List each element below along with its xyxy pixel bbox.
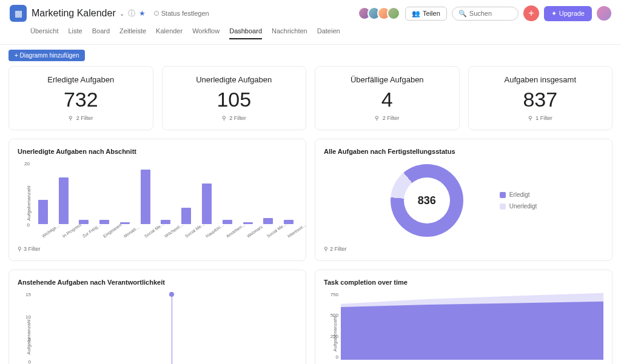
bar-column: Hauptblo… <box>198 184 215 240</box>
stat-title: Überfällige Aufgaben <box>351 75 424 84</box>
stat-title: Unerledigte Aufgaben <box>196 75 272 84</box>
bar-label: Anstehen… <box>226 231 235 242</box>
star-icon[interactable]: ★ <box>139 9 146 18</box>
donut-chart: 836 ErledigtUnerledigt <box>324 161 603 240</box>
bar-label: Hauptblo… <box>205 231 215 242</box>
bar-column: Social Me… <box>137 170 154 240</box>
bar-chart-card: Unerledigte Aufgaben nach Abschnitt Aufg… <box>8 139 306 261</box>
dashboard-toolbar: + Diagramm hinzufügen <box>0 45 621 66</box>
filter-chip[interactable]: ⚲ 2 Filter <box>222 115 246 121</box>
tab-liste[interactable]: Liste <box>68 27 82 39</box>
bar <box>59 177 69 224</box>
filter-icon: ⚲ <box>69 115 73 121</box>
bar <box>263 218 273 224</box>
bar-column: Social Me… <box>260 218 277 240</box>
search-placeholder: Suchen <box>469 10 492 17</box>
legend-swatch <box>500 204 506 210</box>
header-actions: 👥 Teilen 🔍 Suchen + ✦ Upgrade <box>358 5 611 21</box>
bar-label: Wöchentl… <box>164 231 173 242</box>
upgrade-button[interactable]: ✦ Upgrade <box>544 6 592 21</box>
filter-icon: ⚲ <box>528 115 532 121</box>
tab-workflow[interactable]: Workflow <box>192 27 220 39</box>
bar-label: Zur Freig… <box>82 231 92 242</box>
bar-chart-bars: Wichtige…In ProgressZur Freig…Eingelanen… <box>18 167 297 240</box>
tab-kalender[interactable]: Kalender <box>156 27 183 39</box>
tab-zeitleiste[interactable]: Zeitleiste <box>119 27 146 39</box>
bar-label: Interesse… <box>287 231 297 242</box>
donut-legend: ErledigtUnerledigt <box>500 191 537 210</box>
tab-übersicht[interactable]: Übersicht <box>30 27 58 39</box>
search-icon: 🔍 <box>458 10 467 18</box>
lollipop-stem <box>172 294 172 364</box>
chart-title: Alle Aufgaben nach Fertigstellungsstatus <box>324 148 603 155</box>
donut-center-value: 836 <box>391 164 463 237</box>
chart-title: Anstehende Aufgaben nach Verantwortlichk… <box>18 279 297 286</box>
stat-card: Aufgaben insgesamt837⚲ 1 Filter <box>468 66 613 130</box>
app-header: ▦ Marketing Kalender ⌄ ⓘ ★ Status festle… <box>0 0 621 27</box>
set-status-button[interactable]: Status festlegen <box>154 10 209 17</box>
share-button[interactable]: 👥 Teilen <box>405 7 447 21</box>
legend-swatch <box>500 192 506 198</box>
status-label: Status festlegen <box>161 10 209 17</box>
add-chart-button[interactable]: + Diagramm hinzufügen <box>8 50 85 61</box>
area-chart-card: Task completion over time Aufgabenanzahl… <box>315 270 613 364</box>
upgrade-label: Upgrade <box>559 10 585 17</box>
title-block: Marketing Kalender ⌄ ⓘ ★ Status festlege… <box>32 8 209 19</box>
search-input[interactable]: 🔍 Suchen <box>452 7 519 21</box>
bar-column: Wichtige… <box>35 200 52 240</box>
chart-row: Anstehende Aufgaben nach Verantwortlichk… <box>8 270 613 364</box>
status-dot-icon <box>154 11 159 16</box>
bar-label: Eingelanen <box>102 231 112 242</box>
sparkle-icon: ✦ <box>551 10 557 18</box>
area-svg <box>341 292 603 360</box>
lollipop-dot <box>169 292 174 297</box>
filter-chip[interactable]: ⚲ 2 Filter <box>69 115 93 121</box>
project-tabs: ÜbersichtListeBoardZeitleisteKalenderWor… <box>0 27 621 45</box>
area-series <box>341 302 603 360</box>
filter-icon: ⚲ <box>375 115 379 121</box>
stat-title: Erledigte Aufgaben <box>47 75 114 84</box>
project-title: Marketing Kalender <box>32 8 116 19</box>
info-icon[interactable]: ⓘ <box>128 8 135 19</box>
filter-chip[interactable]: ⚲ 2 Filter <box>324 246 603 252</box>
chart-title: Unerledigte Aufgaben nach Abschnitt <box>18 148 297 155</box>
y-axis: 200 <box>18 161 30 228</box>
bar <box>38 200 48 224</box>
dashboard: Erledigte Aufgaben732⚲ 2 FilterUnerledig… <box>0 66 621 364</box>
lollipop-chart: Aufgabenanzahl 151050 <box>18 292 297 364</box>
member-avatars[interactable] <box>358 7 400 20</box>
legend-item: Unerledigt <box>500 203 537 210</box>
avatar <box>387 7 400 20</box>
filter-chip[interactable]: ⚲ 1 Filter <box>528 115 552 121</box>
bar-label: Social Me… <box>184 231 194 242</box>
global-add-button[interactable]: + <box>523 5 539 21</box>
filter-chip[interactable]: ⚲ 3 Filter <box>18 246 297 252</box>
donut-ring: 836 <box>391 164 463 237</box>
bar-label: Webinars <box>246 231 255 242</box>
self-avatar[interactable] <box>597 6 611 21</box>
tab-nachrichten[interactable]: Nachrichten <box>272 27 307 39</box>
stat-value: 105 <box>217 88 251 111</box>
filter-chip[interactable]: ⚲ 2 Filter <box>375 115 399 121</box>
legend-label: Erledigt <box>509 191 530 198</box>
chart-title: Task completion over time <box>324 279 603 286</box>
bar <box>120 222 130 224</box>
bar-label: Social Me… <box>266 231 276 242</box>
bar-label: In Progress <box>61 231 71 242</box>
tab-dateien[interactable]: Dateien <box>317 27 340 39</box>
stat-card: Überfällige Aufgaben4⚲ 2 Filter <box>315 66 460 130</box>
filter-icon: ⚲ <box>222 115 226 121</box>
bar-label: Social Me… <box>144 231 153 242</box>
chevron-down-icon[interactable]: ⌄ <box>119 10 124 17</box>
stat-value: 732 <box>64 88 98 111</box>
bar-label: Monatli… <box>123 231 133 242</box>
tab-board[interactable]: Board <box>92 27 110 39</box>
filter-icon: ⚲ <box>18 246 22 252</box>
stat-card: Erledigte Aufgaben732⚲ 2 Filter <box>8 66 153 130</box>
bar <box>202 184 212 224</box>
donut-chart-card: Alle Aufgaben nach Fertigstellungsstatus… <box>315 139 613 261</box>
legend-label: Unerledigt <box>509 203 537 210</box>
tab-dashboard[interactable]: Dashboard <box>229 27 262 39</box>
stat-card: Unerledigte Aufgaben105⚲ 2 Filter <box>162 66 307 130</box>
people-icon: 👥 <box>412 10 420 18</box>
